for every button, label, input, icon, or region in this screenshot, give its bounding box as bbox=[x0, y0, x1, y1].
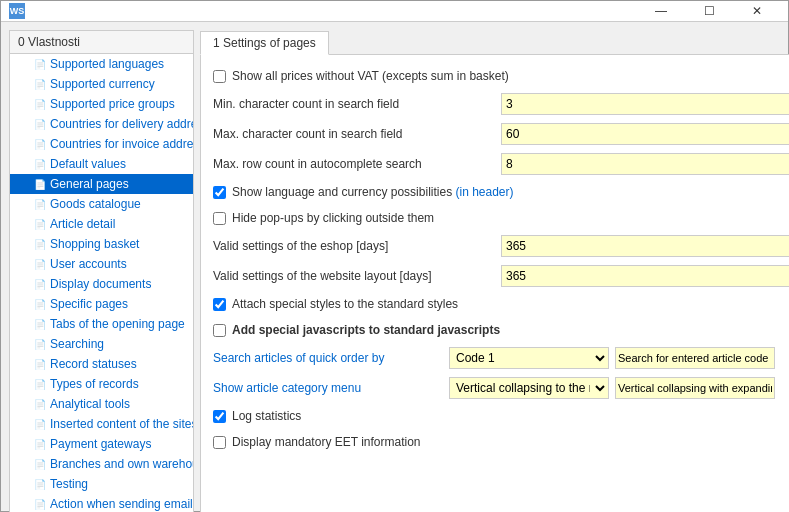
sidebar-item-icon-12: 📄 bbox=[34, 299, 46, 310]
sidebar-item-label-8: Article detail bbox=[50, 217, 115, 231]
sidebar-item-9[interactable]: 📄Shopping basket bbox=[10, 234, 193, 254]
sidebar-item-icon-2: 📄 bbox=[34, 99, 46, 110]
tab-settings-of-pages[interactable]: 1 Settings of pages bbox=[200, 31, 329, 55]
sidebar-item-icon-7: 📄 bbox=[34, 199, 46, 210]
sidebar-item-10[interactable]: 📄User accounts bbox=[10, 254, 193, 274]
search-entered-article-input[interactable] bbox=[615, 347, 775, 369]
sidebar-item-label-9: Shopping basket bbox=[50, 237, 139, 251]
max-char-input[interactable] bbox=[501, 123, 789, 145]
main-content: 0 Vlastnosti 📄Supported languages📄Suppor… bbox=[9, 30, 780, 512]
valid-layout-label: Valid settings of the website layout [da… bbox=[213, 269, 493, 283]
sidebar-item-0[interactable]: 📄Supported languages bbox=[10, 54, 193, 74]
minimize-button[interactable]: — bbox=[638, 1, 684, 21]
display-eet-checkbox[interactable] bbox=[213, 436, 226, 449]
show-prices-label: Show all prices without VAT (excepts sum… bbox=[232, 69, 509, 83]
show-category-select[interactable]: Vertical collapsing to the rig Horizonta… bbox=[449, 377, 609, 399]
log-stats-checkbox[interactable] bbox=[213, 410, 226, 423]
sidebar-item-4[interactable]: 📄Countries for invoice addresses bbox=[10, 134, 193, 154]
max-row-label: Max. row count in autocomplete search bbox=[213, 157, 493, 171]
show-prices-row: Show all prices without VAT (excepts sum… bbox=[213, 69, 789, 83]
attach-styles-row: Attach special styles to the standard st… bbox=[213, 297, 789, 311]
sidebar-item-label-5: Default values bbox=[50, 157, 126, 171]
hide-popup-row: Hide pop-ups by clicking outside them bbox=[213, 211, 789, 225]
attach-styles-checkbox[interactable] bbox=[213, 298, 226, 311]
sidebar-item-22[interactable]: 📄Action when sending email bbox=[10, 494, 193, 512]
search-order-select[interactable]: Code 1 Code 2 Name EAN bbox=[449, 347, 609, 369]
sidebar-item-7[interactable]: 📄Goods catalogue bbox=[10, 194, 193, 214]
sidebar-item-icon-22: 📄 bbox=[34, 499, 46, 510]
attach-styles-label: Attach special styles to the standard st… bbox=[232, 297, 458, 311]
sidebar-item-icon-4: 📄 bbox=[34, 139, 46, 150]
sidebar-item-21[interactable]: 📄Testing bbox=[10, 474, 193, 494]
sidebar-item-20[interactable]: 📄Branches and own warehouses bbox=[10, 454, 193, 474]
show-lang-label: Show language and currency possibilities… bbox=[232, 185, 514, 199]
show-category-label[interactable]: Show article category menu bbox=[213, 381, 443, 395]
sidebar-item-label-13: Tabs of the opening page bbox=[50, 317, 185, 331]
valid-eshop-input[interactable] bbox=[501, 235, 789, 257]
sidebar-item-icon-15: 📄 bbox=[34, 359, 46, 370]
sidebar-item-label-2: Supported price groups bbox=[50, 97, 175, 111]
sidebar-item-icon-19: 📄 bbox=[34, 439, 46, 450]
sidebar-item-15[interactable]: 📄Record statuses bbox=[10, 354, 193, 374]
sidebar-item-icon-6: 📄 bbox=[34, 179, 46, 190]
min-char-input[interactable] bbox=[501, 93, 789, 115]
sidebar-item-label-12: Specific pages bbox=[50, 297, 128, 311]
sidebar-item-17[interactable]: 📄Analytical tools bbox=[10, 394, 193, 414]
min-char-row: Min. character count in search field bbox=[213, 93, 789, 115]
sidebar-item-label-19: Payment gateways bbox=[50, 437, 151, 451]
close-button[interactable]: ✕ bbox=[734, 1, 780, 21]
hide-popup-label: Hide pop-ups by clicking outside them bbox=[232, 211, 434, 225]
hide-popup-checkbox[interactable] bbox=[213, 212, 226, 225]
search-order-label[interactable]: Search articles of quick order by bbox=[213, 351, 443, 365]
add-js-row: Add special javascripts to standard java… bbox=[213, 323, 789, 337]
show-lang-checkbox[interactable] bbox=[213, 186, 226, 199]
sidebar-item-18[interactable]: 📄Inserted content of the sites bbox=[10, 414, 193, 434]
sidebar-item-label-20: Branches and own warehouses bbox=[50, 457, 193, 471]
sidebar-item-label-16: Types of records bbox=[50, 377, 139, 391]
sidebar-item-icon-16: 📄 bbox=[34, 379, 46, 390]
sidebar-item-label-22: Action when sending email bbox=[50, 497, 193, 511]
maximize-button[interactable]: ☐ bbox=[686, 1, 732, 21]
add-js-checkbox[interactable] bbox=[213, 324, 226, 337]
show-prices-checkbox[interactable] bbox=[213, 70, 226, 83]
sidebar-item-label-10: User accounts bbox=[50, 257, 127, 271]
sidebar-item-icon-18: 📄 bbox=[34, 419, 46, 430]
sidebar-item-14[interactable]: 📄Searching bbox=[10, 334, 193, 354]
sidebar-item-8[interactable]: 📄Article detail bbox=[10, 214, 193, 234]
sidebar-item-label-18: Inserted content of the sites bbox=[50, 417, 193, 431]
sidebar-item-icon-3: 📄 bbox=[34, 119, 46, 130]
sidebar-item-12[interactable]: 📄Specific pages bbox=[10, 294, 193, 314]
sidebar-item-icon-1: 📄 bbox=[34, 79, 46, 90]
max-row-input[interactable] bbox=[501, 153, 789, 175]
sidebar-item-label-4: Countries for invoice addresses bbox=[50, 137, 193, 151]
sidebar-item-label-3: Countries for delivery address bbox=[50, 117, 193, 131]
sidebar-item-5[interactable]: 📄Default values bbox=[10, 154, 193, 174]
display-eet-row: Display mandatory EET information bbox=[213, 435, 789, 449]
sidebar-item-19[interactable]: 📄Payment gateways bbox=[10, 434, 193, 454]
max-char-row: Max. character count in search field bbox=[213, 123, 789, 145]
sidebar-item-2[interactable]: 📄Supported price groups bbox=[10, 94, 193, 114]
sidebar-item-16[interactable]: 📄Types of records bbox=[10, 374, 193, 394]
sidebar-header: 0 Vlastnosti bbox=[10, 31, 193, 54]
sidebar-item-label-11: Display documents bbox=[50, 277, 151, 291]
valid-layout-input[interactable] bbox=[501, 265, 789, 287]
show-category-row: Show article category menu Vertical coll… bbox=[213, 377, 789, 399]
sidebar-item-icon-10: 📄 bbox=[34, 259, 46, 270]
sidebar-item-label-15: Record statuses bbox=[50, 357, 137, 371]
sidebar-item-13[interactable]: 📄Tabs of the opening page bbox=[10, 314, 193, 334]
sidebar-item-11[interactable]: 📄Display documents bbox=[10, 274, 193, 294]
sidebar-item-label-0: Supported languages bbox=[50, 57, 164, 71]
sidebar-item-icon-5: 📄 bbox=[34, 159, 46, 170]
valid-eshop-label: Valid settings of the eshop [days] bbox=[213, 239, 493, 253]
sidebar: 0 Vlastnosti 📄Supported languages📄Suppor… bbox=[9, 30, 194, 512]
sidebar-item-1[interactable]: 📄Supported currency bbox=[10, 74, 193, 94]
sidebar-item-6[interactable]: 📄General pages bbox=[10, 174, 193, 194]
log-stats-label: Log statistics bbox=[232, 409, 301, 423]
sidebar-item-label-21: Testing bbox=[50, 477, 88, 491]
min-char-label: Min. character count in search field bbox=[213, 97, 493, 111]
valid-layout-row: Valid settings of the website layout [da… bbox=[213, 265, 789, 287]
sidebar-item-label-7: Goods catalogue bbox=[50, 197, 141, 211]
sidebar-item-icon-14: 📄 bbox=[34, 339, 46, 350]
show-category-text-input[interactable] bbox=[615, 377, 775, 399]
sidebar-item-3[interactable]: 📄Countries for delivery address bbox=[10, 114, 193, 134]
